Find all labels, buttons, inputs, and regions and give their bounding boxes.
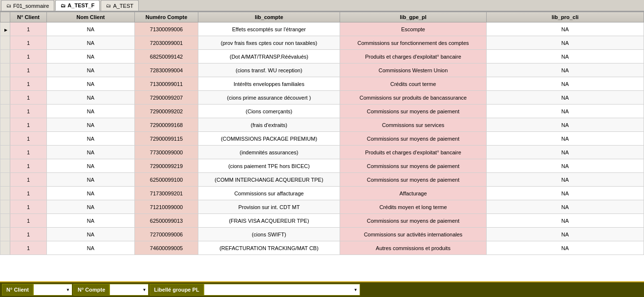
cell-lib-compte: (FRAIS VISA ACQUEREUR TPE) bbox=[198, 214, 340, 228]
header-numero[interactable]: Numéro Compte bbox=[135, 12, 198, 22]
cell-nom: NA bbox=[47, 77, 135, 91]
cell-client: 1 bbox=[10, 36, 47, 50]
cell-lib-compte: Commissions sur affacturage bbox=[198, 187, 340, 200]
table-row: 1NA72030099001(prov frais fixes cptes co… bbox=[0, 36, 644, 50]
cell-lib-gpe: Commissions sur moyens de paiement bbox=[340, 132, 487, 146]
cell-lib-compte: (frais d'extraits) bbox=[198, 118, 340, 132]
data-table: N° Client Nom Client Numéro Compte lib_c… bbox=[0, 12, 644, 255]
table-container[interactable]: N° Client Nom Client Numéro Compte lib_c… bbox=[0, 12, 644, 281]
table-row: 1NA74600099005(REFACTURATION TRACKING/MA… bbox=[0, 241, 644, 255]
row-indicator-cell bbox=[0, 132, 10, 146]
table-row: 1NA72830099004(cions transf. WU receptio… bbox=[0, 64, 644, 77]
table-row: 1NA77300099000(indemnités assurances)Pro… bbox=[0, 146, 644, 159]
table-row: 1NA72900099202(Cions comerçants)Commissi… bbox=[0, 105, 644, 118]
cell-lib-pro: NA bbox=[487, 91, 644, 105]
filter-libelle-dropdown[interactable]: ▼ bbox=[204, 284, 360, 296]
cell-numero: 71730099201 bbox=[135, 187, 198, 200]
cell-lib-pro: NA bbox=[487, 77, 644, 91]
header-nom[interactable]: Nom Client bbox=[47, 12, 135, 22]
row-indicator-cell bbox=[0, 228, 10, 241]
cell-client: 1 bbox=[10, 228, 47, 241]
cell-lib-pro: NA bbox=[487, 187, 644, 200]
cell-lib-compte: (cions SWIFT) bbox=[198, 228, 340, 241]
cell-numero: 62500099013 bbox=[135, 214, 198, 228]
row-indicator-cell: ▶ bbox=[0, 22, 10, 36]
cell-lib-gpe: Produits et charges d'exploitat° bancair… bbox=[340, 146, 487, 159]
cell-lib-gpe: Commissions sur fonctionnement des compt… bbox=[340, 36, 487, 50]
header-lib-compte[interactable]: lib_compte bbox=[198, 12, 340, 22]
row-indicator-cell bbox=[0, 241, 10, 255]
cell-client: 1 bbox=[10, 50, 47, 64]
cell-lib-gpe: Affacturage bbox=[340, 187, 487, 200]
cell-lib-pro: NA bbox=[487, 228, 644, 241]
table-row: 1NA62500099100(COMM INTERCHANGE ACQUEREU… bbox=[0, 173, 644, 187]
filter-client: N° Client ▼ bbox=[2, 283, 72, 296]
cell-lib-gpe: Commissions sur moyens de paiement bbox=[340, 214, 487, 228]
cell-lib-compte: (cions paiement TPE hors BICEC) bbox=[198, 159, 340, 173]
cell-nom: NA bbox=[47, 187, 135, 200]
cell-client: 1 bbox=[10, 146, 47, 159]
cell-lib-pro: NA bbox=[487, 159, 644, 173]
cell-numero: 72700099006 bbox=[135, 228, 198, 241]
cell-numero: 62500099100 bbox=[135, 173, 198, 187]
header-lib-pro[interactable]: lib_pro_cli bbox=[487, 12, 644, 22]
cell-nom: NA bbox=[47, 228, 135, 241]
cell-client: 1 bbox=[10, 187, 47, 200]
filter-bar: N° Client ▼ N° Compte ▼ Libellé groupe P… bbox=[0, 281, 644, 297]
filter-client-dropdown[interactable]: ▼ bbox=[33, 284, 72, 296]
row-indicator-cell bbox=[0, 91, 10, 105]
cell-client: 1 bbox=[10, 22, 47, 36]
cell-lib-compte: (indemnités assurances) bbox=[198, 146, 340, 159]
table-row: ▶1NA71300099006Effets escomptés sur l'ét… bbox=[0, 22, 644, 36]
cell-lib-gpe: Crédits moyen et long terme bbox=[340, 200, 487, 214]
cell-lib-pro: NA bbox=[487, 64, 644, 77]
cell-lib-gpe: Commissions sur produits de bancassuranc… bbox=[340, 91, 487, 105]
filter-compte-dropdown[interactable]: ▼ bbox=[109, 284, 149, 296]
cell-numero: 72900099115 bbox=[135, 132, 198, 146]
cell-numero: 68250099142 bbox=[135, 50, 198, 64]
cell-client: 1 bbox=[10, 214, 47, 228]
cell-client: 1 bbox=[10, 91, 47, 105]
table-row: 1NA71730099201Commissions sur affacturag… bbox=[0, 187, 644, 200]
cell-client: 1 bbox=[10, 77, 47, 91]
filter-client-label: N° Client bbox=[2, 284, 33, 296]
cell-lib-gpe: Commissions sur services bbox=[340, 118, 487, 132]
row-indicator-cell bbox=[0, 159, 10, 173]
cell-lib-compte: (Cions comerçants) bbox=[198, 105, 340, 118]
cell-lib-gpe: Commissions sur moyens de paiement bbox=[340, 105, 487, 118]
cell-lib-gpe: Commissions sur activités internationale… bbox=[340, 228, 487, 241]
cell-lib-gpe: Crédits court terme bbox=[340, 77, 487, 91]
cell-client: 1 bbox=[10, 118, 47, 132]
cell-client: 1 bbox=[10, 173, 47, 187]
tab-f01[interactable]: 🗂 F01_sommaire bbox=[1, 0, 54, 11]
header-lib-gpe[interactable]: lib_gpe_pl bbox=[340, 12, 487, 22]
row-indicator-cell bbox=[0, 200, 10, 214]
cell-lib-pro: NA bbox=[487, 36, 644, 50]
header-client[interactable]: N° Client bbox=[10, 12, 47, 22]
tab-atest-f[interactable]: 🗂 A_TEST_F bbox=[55, 0, 100, 11]
row-indicator-cell bbox=[0, 173, 10, 187]
cell-lib-pro: NA bbox=[487, 118, 644, 132]
cell-lib-pro: NA bbox=[487, 132, 644, 146]
cell-client: 1 bbox=[10, 159, 47, 173]
table-row: 1NA72900099168(frais d'extraits)Commissi… bbox=[0, 118, 644, 132]
cell-lib-compte: (REFACTURATION TRACKING/MAT CB) bbox=[198, 241, 340, 255]
cell-lib-compte: (cions prime assurance découvert ) bbox=[198, 91, 340, 105]
row-indicator-cell bbox=[0, 146, 10, 159]
table-row: 1NA68250099142(Dot A/MAT/TRANSP.Réévalué… bbox=[0, 50, 644, 64]
cell-lib-compte: Provision sur int. CDT MT bbox=[198, 200, 340, 214]
cell-nom: NA bbox=[47, 22, 135, 36]
table-row: 1NA62500099013(FRAIS VISA ACQUEREUR TPE)… bbox=[0, 214, 644, 228]
cell-lib-compte: (COMMISSIONS PACKAGE PREMIUM) bbox=[198, 132, 340, 146]
tab-atest[interactable]: 🗂 A_TEST bbox=[101, 0, 139, 11]
cell-lib-pro: NA bbox=[487, 173, 644, 187]
cell-nom: NA bbox=[47, 91, 135, 105]
row-indicator-cell bbox=[0, 105, 10, 118]
cell-nom: NA bbox=[47, 50, 135, 64]
cell-lib-pro: NA bbox=[487, 22, 644, 36]
cell-numero: 72900099202 bbox=[135, 105, 198, 118]
cell-nom: NA bbox=[47, 200, 135, 214]
row-indicator-cell bbox=[0, 36, 10, 50]
cell-lib-gpe: Commissions sur moyens de paiement bbox=[340, 173, 487, 187]
cell-lib-gpe: Commissions sur moyens de paiement bbox=[340, 159, 487, 173]
